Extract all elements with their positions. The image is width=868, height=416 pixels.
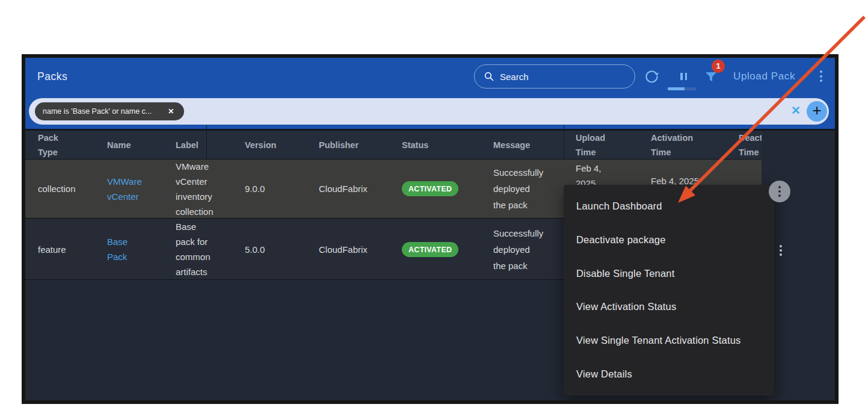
cell-publisher: CloudFabrix — [319, 219, 391, 279]
clear-filters-icon[interactable]: ✕ — [791, 104, 801, 117]
cell-label: VMware vCenter inventory collection — [176, 160, 236, 218]
filter-bar: name is 'Base Pack' or name c... ✕ ✕ + — [29, 98, 829, 125]
page-title: Packs — [37, 58, 67, 95]
filter-chip[interactable]: name is 'Base Pack' or name c... ✕ — [35, 102, 184, 120]
cell-name-link[interactable]: VMWare vCenter — [107, 160, 161, 218]
col-header-deactivation-time[interactable]: Deactivation Time — [739, 131, 762, 160]
cell-version: 9.0.0 — [245, 160, 308, 218]
cell-pack-type: feature — [38, 219, 86, 279]
cell-pack-type: collection — [38, 160, 86, 218]
add-filter-button[interactable]: + — [807, 101, 827, 122]
cell-status: ACTIVATED — [402, 219, 483, 279]
progress-bar — [668, 87, 696, 90]
more-options-icon[interactable] — [820, 70, 822, 82]
context-menu: Launch Dashboard Deactivate package Disa… — [564, 185, 774, 396]
col-header-version[interactable]: Version — [245, 131, 308, 160]
col-header-activation-time[interactable]: Activation Time — [651, 131, 717, 160]
col-header-label[interactable]: Label — [176, 131, 236, 160]
col-header-pack-type[interactable]: Pack Type — [38, 131, 86, 160]
filter-count-badge: 1 — [712, 60, 725, 73]
packs-window: Packs Search 1 Upload — [22, 54, 839, 404]
cell-label: Base pack for common artifacts — [176, 219, 236, 279]
filter-chip-label: name is 'Base Pack' or name c... — [43, 107, 152, 116]
chip-remove-icon[interactable]: ✕ — [168, 107, 174, 116]
status-badge: ACTIVATED — [402, 181, 458, 196]
menu-item-view-single-tenant-activation-status[interactable]: View Single Tenant Activation Status — [564, 324, 774, 358]
cell-status: ACTIVATED — [402, 160, 483, 218]
search-placeholder: Search — [500, 72, 529, 82]
search-icon — [484, 72, 494, 81]
cell-publisher: CloudFabrix — [319, 160, 391, 218]
cell-version: 5.0.0 — [245, 219, 308, 279]
col-header-message[interactable]: Message — [493, 131, 568, 160]
cell-name-link[interactable]: Base Pack — [107, 219, 161, 279]
col-header-name[interactable]: Name — [107, 131, 161, 160]
col-header-publisher[interactable]: Publisher — [319, 131, 391, 160]
menu-item-view-details[interactable]: View Details — [564, 357, 774, 391]
upload-pack-button[interactable]: Upload Pack — [733, 58, 795, 95]
pause-icon[interactable] — [680, 73, 687, 80]
row-actions-button[interactable] — [776, 241, 786, 260]
cell-message: Successfully deployed the pack — [493, 219, 568, 279]
menu-item-launch-dashboard[interactable]: Launch Dashboard — [564, 190, 774, 223]
page: Packs Search 1 Upload — [0, 0, 868, 416]
refresh-icon[interactable] — [644, 69, 660, 85]
col-header-status[interactable]: Status — [402, 131, 483, 160]
status-badge: ACTIVATED — [402, 242, 458, 257]
search-input[interactable]: Search — [474, 64, 635, 88]
cell-message: Successfully deployed the pack — [493, 160, 568, 218]
table-header: Pack Type Name Label Version Publisher S… — [25, 131, 762, 160]
row-actions-button[interactable] — [769, 181, 790, 202]
column-divider — [206, 125, 207, 160]
menu-item-disable-single-tenant[interactable]: Disable Single Tenant — [564, 256, 774, 290]
top-bar: Packs Search 1 Upload — [25, 58, 835, 129]
filter-icon[interactable] — [705, 72, 717, 82]
col-header-upload-time[interactable]: Upload Time — [576, 131, 624, 160]
column-divider — [564, 125, 564, 160]
menu-item-deactivate-package[interactable]: Deactivate package — [564, 223, 774, 257]
menu-item-view-activation-status[interactable]: View Activation Status — [564, 290, 774, 324]
